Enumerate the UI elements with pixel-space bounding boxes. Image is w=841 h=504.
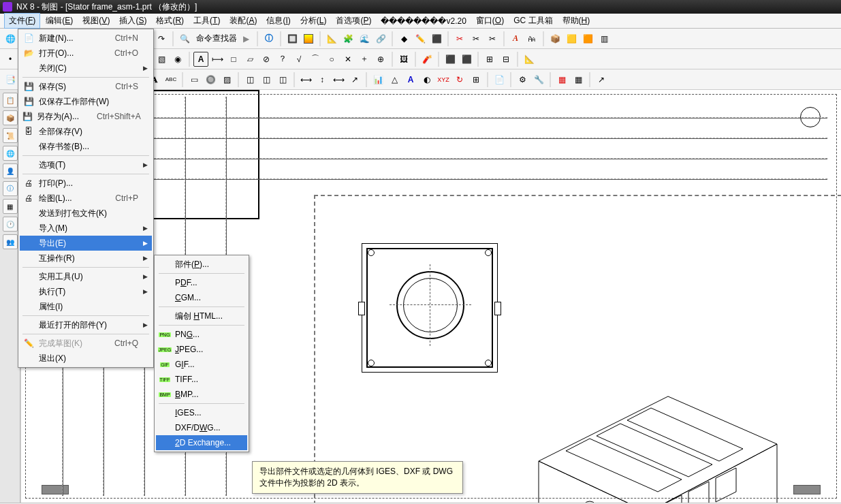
menubar-item-R[interactable]: 格式(R) xyxy=(152,14,188,28)
tool-measure-icon[interactable]: ↗ xyxy=(594,72,609,87)
tool-text-icon[interactable]: 🗛 xyxy=(524,31,539,46)
file-menu-item-20[interactable]: 执行(T)▶ xyxy=(20,284,152,299)
file-menu-item-17[interactable]: 互操作(R)▶ xyxy=(20,251,152,266)
tool-draft-icon[interactable]: 📐 xyxy=(522,52,537,67)
sidebar-navigator-icon[interactable]: 📋 xyxy=(3,93,18,108)
menubar-item-A[interactable]: 装配(A) xyxy=(225,14,261,28)
export-menu-item-14[interactable]: DXF/DWG... xyxy=(156,420,247,435)
tool-abc-icon[interactable]: ABC xyxy=(163,72,178,87)
export-menu-item-2[interactable]: PDF... xyxy=(156,275,247,290)
file-menu-item-15[interactable]: 导入(M)▶ xyxy=(20,221,152,236)
menubar-item-P[interactable]: 首选项(P) xyxy=(332,14,375,28)
export-menu-item-0[interactable]: 部件(P)... xyxy=(156,257,247,272)
tool-dim1-icon[interactable]: ⟷ xyxy=(298,72,313,87)
tool-start-icon[interactable]: 🌐 xyxy=(3,31,18,46)
tool-grid2-icon[interactable]: ⊟ xyxy=(498,52,513,67)
tool-graph-icon[interactable]: 📊 xyxy=(370,72,385,87)
tool-center-icon[interactable]: ＋ xyxy=(357,52,372,67)
file-menu-item-23[interactable]: 最近打开的部件(Y)▶ xyxy=(20,317,152,332)
sidebar-web-icon[interactable]: 🌐 xyxy=(3,146,18,161)
tool-cmdfinder-go-icon[interactable]: ▶ xyxy=(238,31,253,46)
tool-annotA-icon[interactable]: A xyxy=(193,52,208,67)
sidebar-person-icon[interactable]: 👥 xyxy=(3,234,18,249)
tool-tree2-icon[interactable]: ⬛ xyxy=(459,52,474,67)
tool-gdt-icon[interactable]: ⊘ xyxy=(259,52,274,67)
tool-grid1-icon[interactable]: ⊞ xyxy=(482,52,497,67)
file-menu-item-7[interactable]: 🗄全部保存(V) xyxy=(20,124,152,139)
file-menu-item-1[interactable]: 📂打开(O)...Ctrl+O xyxy=(20,46,152,61)
file-menu-item-8[interactable]: 保存书签(B)... xyxy=(20,139,152,154)
export-menu-item-7[interactable]: PNGPNG... xyxy=(156,327,247,342)
tool-hatch-icon[interactable]: ▨ xyxy=(219,72,234,87)
export-menu-item-13[interactable]: IGES... xyxy=(156,405,247,420)
tool-gear-icon[interactable]: ⚙ xyxy=(515,72,530,87)
tool-image-icon[interactable]: 🖼 xyxy=(396,52,411,67)
tool-box3-icon[interactable]: ◫ xyxy=(242,72,257,87)
tool-centerline-icon[interactable]: ⊕ xyxy=(373,52,388,67)
tool-contrast-icon[interactable]: ◐ xyxy=(419,72,434,87)
menubar-item-I[interactable]: 信息(I) xyxy=(262,14,294,28)
tool-weld-icon[interactable]: ⌒ xyxy=(308,52,323,67)
tool-box4-icon[interactable]: ◫ xyxy=(259,72,274,87)
tool-cut-arrow-icon[interactable]: ✂ xyxy=(452,31,467,46)
sidebar-info-icon[interactable]: ⓘ xyxy=(3,181,18,196)
tool-frame2-icon[interactable]: ▭ xyxy=(187,72,202,87)
export-menu-item-5[interactable]: 编创 HTML... xyxy=(156,309,247,324)
tool-structure-icon[interactable]: 🟧 xyxy=(580,31,595,46)
tool-note-icon[interactable]: ？ xyxy=(275,52,290,67)
tool-box5-icon[interactable]: ◫ xyxy=(275,72,290,87)
tool-marker-icon[interactable]: 🧨 xyxy=(419,52,434,67)
tool-tol-icon[interactable]: ▱ xyxy=(242,52,257,67)
tool-datum-icon[interactable]: ◆ xyxy=(396,31,411,46)
tool-sheet-icon[interactable]: 📑 xyxy=(3,72,18,87)
tool-text-style-icon[interactable]: A xyxy=(508,31,523,46)
export-menu-item-3[interactable]: CGM... xyxy=(156,290,247,305)
menubar-item-12[interactable]: GC 工具箱 xyxy=(509,14,556,28)
export-menu-item-10[interactable]: TIFFTIFF... xyxy=(156,372,247,387)
sidebar-roles-icon[interactable]: 👤 xyxy=(3,163,18,178)
tool-refresh-icon[interactable]: ↻ xyxy=(452,72,467,87)
tool-dim2-icon[interactable]: ↕ xyxy=(315,72,330,87)
sidebar-clock-icon[interactable]: 🕐 xyxy=(3,217,18,232)
file-menu-item-16[interactable]: 导出(E)▶ xyxy=(20,236,152,251)
menubar-item-F[interactable]: 文件(F) xyxy=(4,13,40,29)
tool-switch-icon[interactable]: 🔘 xyxy=(203,72,218,87)
tool-page-icon[interactable]: 📄 xyxy=(492,72,507,87)
file-menu-item-21[interactable]: 属性(I) xyxy=(20,299,152,314)
tool-textA-icon[interactable]: A xyxy=(403,72,418,87)
tool-module-icon[interactable]: 🟨 xyxy=(564,31,579,46)
file-menu-item-10[interactable]: 选项(T)▶ xyxy=(20,157,152,172)
tool-clip-icon[interactable]: 🔧 xyxy=(531,72,546,87)
menubar-item-L[interactable]: 分析(L) xyxy=(296,14,331,28)
export-menu-item-9[interactable]: GIFGIF... xyxy=(156,357,247,372)
tool-dim-icon[interactable]: ⟼ xyxy=(210,52,225,67)
tool-surf-icon[interactable]: √ xyxy=(291,52,306,67)
tool-hatch3-icon[interactable]: ▦ xyxy=(571,72,586,87)
tool-trim-icon[interactable]: ✂ xyxy=(469,31,483,46)
sidebar-part-icon[interactable]: 📦 xyxy=(3,110,18,125)
tool-xyz-icon[interactable]: XYZ xyxy=(436,72,451,87)
tool-frame-icon[interactable]: ▥ xyxy=(597,31,612,46)
menubar-item-S[interactable]: 插入(S) xyxy=(115,14,150,28)
tool-cross-icon[interactable]: ✕ xyxy=(340,52,355,67)
sidebar-history-icon[interactable]: 📜 xyxy=(3,128,18,143)
tool-wave-icon[interactable]: 🌊 xyxy=(357,31,372,46)
drawing-isometric-view[interactable] xyxy=(511,383,784,503)
tool-dim4-icon[interactable]: ↗ xyxy=(347,72,362,87)
menubar-item-H[interactable]: 帮助(H) xyxy=(558,14,594,28)
tool-detail-icon[interactable]: ◉ xyxy=(170,52,185,67)
tool-tree1-icon[interactable]: ⬛ xyxy=(443,52,458,67)
menubar-item-T[interactable]: 工具(T) xyxy=(189,14,224,28)
file-menu-item-6[interactable]: 💾另存为(A)...Ctrl+Shift+A xyxy=(20,109,152,124)
tool-section-icon[interactable]: ▧ xyxy=(154,52,169,67)
tool-linked-icon[interactable]: 🔗 xyxy=(373,31,388,46)
file-menu-item-12[interactable]: 🖨打印(P)... xyxy=(20,176,152,191)
tool-assembly-icon[interactable]: 🧩 xyxy=(340,31,355,46)
file-menu-item-0[interactable]: 📄新建(N)...Ctrl+N xyxy=(20,31,152,46)
tool-sketch-icon[interactable]: ✏️ xyxy=(413,31,428,46)
sidebar-layer-icon[interactable]: ▦ xyxy=(3,199,18,214)
export-menu-item-8[interactable]: JPEGJPEG... xyxy=(156,342,247,357)
tool-info-icon[interactable]: ⓘ xyxy=(261,31,276,46)
tool-angle-icon[interactable]: △ xyxy=(387,72,402,87)
menubar-item-10[interactable]: ��������v2.20 xyxy=(377,15,470,27)
